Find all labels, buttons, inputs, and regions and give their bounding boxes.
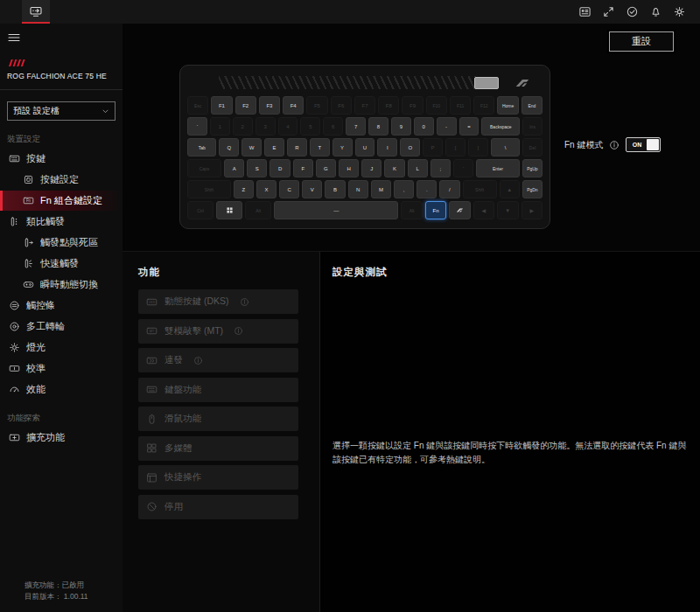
- key-j[interactable]: J: [361, 159, 382, 177]
- key-pgdn[interactable]: PgDn: [522, 180, 542, 198]
- key-backspace[interactable]: Backspace: [481, 117, 520, 136]
- key-rog[interactable]: [449, 201, 470, 219]
- key-minus[interactable]: -: [437, 117, 457, 136]
- key-shift: Shift: [463, 180, 497, 198]
- function-item-shortcuts[interactable]: 快捷操作: [138, 465, 298, 490]
- key-w[interactable]: W: [242, 138, 262, 156]
- key-tab[interactable]: Tab: [187, 138, 216, 156]
- key-alt: Alt: [401, 201, 422, 219]
- key-m[interactable]: M: [371, 180, 391, 198]
- key-o[interactable]: O: [400, 138, 420, 156]
- section-feature-discovery: 功能探索: [7, 413, 116, 424]
- key-9[interactable]: 9: [391, 117, 411, 136]
- key-a[interactable]: A: [224, 159, 244, 177]
- function-item-multimedia[interactable]: 多媒體: [138, 436, 298, 461]
- info-icon[interactable]: [609, 140, 620, 150]
- info-icon[interactable]: [240, 297, 249, 307]
- sidebar-item-extensions[interactable]: 擴充功能: [0, 428, 122, 448]
- key-7[interactable]: 7: [346, 117, 366, 136]
- key-l[interactable]: L: [408, 159, 428, 177]
- sidebar-item-analog-trigger[interactable]: 類比觸發: [0, 212, 122, 232]
- key-i[interactable]: I: [377, 138, 397, 156]
- key-v[interactable]: V: [302, 180, 322, 198]
- key-f2[interactable]: F2: [235, 96, 256, 115]
- sidebar-item-key-settings[interactable]: 按鍵設定: [0, 170, 122, 190]
- key-0[interactable]: 0: [414, 117, 434, 136]
- key-space[interactable]: —: [274, 201, 398, 219]
- key-b[interactable]: B: [325, 180, 345, 198]
- key-z[interactable]: Z: [234, 180, 254, 198]
- key-f[interactable]: F: [293, 159, 313, 177]
- topbar-icons: [578, 0, 686, 24]
- function-item-mouse-functions[interactable]: 滑鼠功能: [138, 407, 298, 431]
- key-u[interactable]: U: [355, 138, 375, 156]
- function-item-turbo[interactable]: 連發: [138, 348, 298, 372]
- fullscreen-icon[interactable]: [602, 5, 615, 18]
- key-home[interactable]: Home: [497, 96, 518, 115]
- key-comma[interactable]: ,: [394, 180, 414, 198]
- key-r[interactable]: R: [287, 138, 307, 156]
- sidebar-item-keys[interactable]: 按鍵: [0, 149, 122, 169]
- key-n[interactable]: N: [348, 180, 368, 198]
- key-f1[interactable]: F1: [211, 96, 232, 115]
- reset-button[interactable]: 重設: [609, 31, 674, 52]
- key-t[interactable]: T: [310, 138, 330, 156]
- fn-mode-toggle[interactable]: ON: [626, 137, 661, 152]
- key-label: F2: [242, 103, 248, 108]
- function-item-disable[interactable]: 停用: [138, 495, 298, 519]
- function-item-mod-tap[interactable]: MT雙模敲擊 (MT): [138, 319, 298, 344]
- key-y[interactable]: Y: [332, 138, 353, 156]
- manual-icon[interactable]: [578, 5, 592, 18]
- key-f3[interactable]: F3: [259, 96, 280, 115]
- info-icon[interactable]: [234, 326, 243, 336]
- key-k[interactable]: K: [384, 159, 404, 177]
- sidebar-item-lighting[interactable]: 燈光: [0, 337, 122, 358]
- profile-dropdown[interactable]: 預設 設定檔: [7, 101, 116, 121]
- sidebar-item-multi-wheel[interactable]: 多工轉輪: [0, 316, 122, 337]
- sidebar-item-trigger-point-deadzone[interactable]: 觸發點與死區: [0, 233, 122, 253]
- key-c[interactable]: C: [279, 180, 299, 198]
- key-label: Del: [529, 145, 536, 150]
- key-pgup[interactable]: PgUp: [522, 159, 542, 177]
- key-g[interactable]: G: [316, 159, 336, 177]
- key-f4[interactable]: F4: [283, 96, 304, 115]
- key-h[interactable]: H: [339, 159, 359, 177]
- key-period[interactable]: .: [416, 180, 437, 198]
- key-x[interactable]: X: [256, 180, 276, 198]
- sidebar-item-fn-combo-settings[interactable]: FnFn 組合鍵設定: [0, 191, 122, 211]
- notifications-icon[interactable]: [649, 5, 662, 18]
- info-icon[interactable]: [193, 356, 203, 365]
- key-d[interactable]: D: [270, 159, 290, 177]
- dks-icon: DKS: [146, 296, 158, 308]
- key-windows[interactable]: [216, 201, 242, 219]
- hamburger-menu-icon[interactable]: [7, 31, 21, 45]
- key-left: ◀: [473, 201, 494, 219]
- key-8[interactable]: 8: [368, 117, 388, 136]
- sidebar-item-performance[interactable]: 效能: [0, 379, 122, 400]
- key-backslash[interactable]: \: [491, 138, 520, 156]
- key-fn[interactable]: Fn: [425, 201, 446, 219]
- key-equals[interactable]: =: [459, 117, 480, 136]
- sidebar-item-calibration[interactable]: 校準: [0, 358, 122, 379]
- key-end[interactable]: End: [522, 96, 542, 115]
- key-label: Backspace: [490, 124, 511, 129]
- key-s[interactable]: S: [247, 159, 267, 177]
- key-e[interactable]: E: [264, 138, 284, 156]
- key-f10: F10: [426, 96, 447, 115]
- key-label: F4: [290, 103, 297, 108]
- update-icon[interactable]: [626, 5, 639, 18]
- settings-icon[interactable]: [673, 5, 686, 18]
- function-item-keyboard-functions[interactable]: 鍵盤功能: [138, 378, 298, 402]
- key-label: Ctrl: [197, 208, 204, 213]
- key-grave[interactable]: `: [187, 117, 207, 136]
- function-item-dks[interactable]: DKS動態按鍵 (DKS): [138, 289, 298, 314]
- key-slash[interactable]: /: [439, 180, 459, 198]
- key-enter[interactable]: Enter: [476, 159, 520, 177]
- tab-device[interactable]: [22, 0, 50, 24]
- key-q[interactable]: Q: [219, 138, 239, 156]
- key-lbracket: [: [445, 138, 466, 156]
- sidebar-item-rapid-trigger[interactable]: 快速觸發: [0, 254, 122, 274]
- sidebar-item-touch-bar[interactable]: 觸控條: [0, 296, 122, 316]
- sidebar-item-instant-dynamic-switch[interactable]: 瞬時動態切換: [0, 275, 122, 295]
- key-semicolon[interactable]: ;: [430, 159, 451, 177]
